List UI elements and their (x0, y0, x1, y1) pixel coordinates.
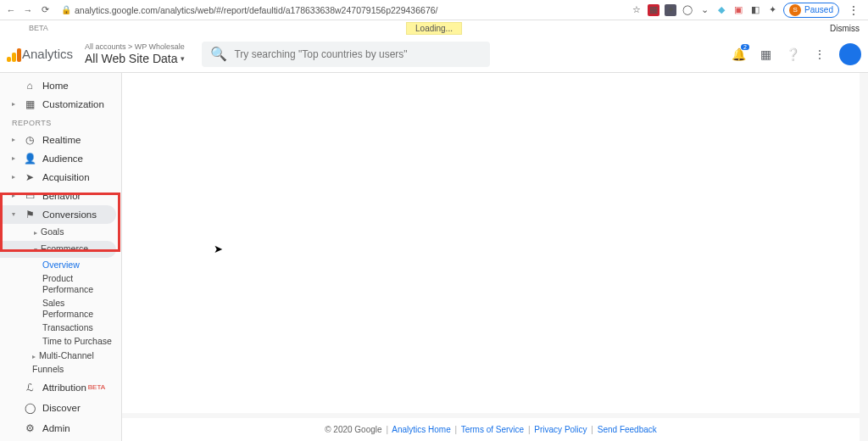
admin-icon: ⚙ (24, 421, 36, 435)
audience-icon: 👤 (24, 152, 36, 165)
nav-goals[interactable]: ▸Goals (0, 224, 121, 241)
beta-badge: BETA (88, 383, 105, 391)
meta-row: BETA Loading... Dismiss (0, 20, 868, 36)
extension-3-icon[interactable]: ◯ (682, 4, 693, 16)
nav-multichannel[interactable]: ▸Multi-Channel Funnels (0, 348, 121, 377)
footer-privacy[interactable]: Privacy Policy (534, 425, 587, 434)
forward-icon[interactable]: → (22, 5, 34, 15)
profile-status: Paused (804, 5, 833, 14)
user-avatar[interactable] (839, 43, 861, 65)
extension-4-icon[interactable]: ◆ (715, 4, 727, 16)
settings-kebab-icon[interactable]: ⋮ (812, 47, 827, 62)
caret-down-icon: ▾ (181, 54, 185, 64)
footer-analytics-home[interactable]: Analytics Home (392, 425, 450, 434)
nav-customization[interactable]: ▸▦Customization (0, 95, 121, 114)
attribution-icon: ℒ (24, 381, 36, 394)
url-text: analytics.google.com/analytics/web/#/rep… (75, 5, 438, 15)
nav-sales-performance[interactable]: Sales Performance (0, 296, 121, 321)
behavior-icon: ▭ (24, 189, 36, 203)
profile-pill[interactable]: S Paused (783, 3, 839, 18)
footer: © 2020 Google | Analytics Home | Terms o… (122, 418, 860, 441)
nav-ecommerce-overview[interactable]: Overview (0, 258, 121, 271)
sidebar: ⌂Home ▸▦Customization REPORTS ▸◷Realtime… (0, 73, 122, 441)
customization-icon: ▦ (24, 98, 36, 111)
extension-5-icon[interactable]: ▣ (732, 4, 744, 16)
browser-toolbar: ← → ⟳ 🔒 analytics.google.com/analytics/w… (0, 0, 868, 20)
star-icon[interactable]: ☆ (631, 4, 643, 15)
loading-badge: Loading... (406, 22, 462, 35)
realtime-icon: ◷ (24, 133, 36, 147)
main-content: © 2020 Google | Analytics Home | Terms o… (122, 73, 868, 441)
back-icon[interactable]: ← (5, 5, 17, 15)
extensions-menu-icon[interactable]: ✦ (766, 4, 778, 16)
nav-home[interactable]: ⌂Home (0, 76, 121, 95)
discover-icon: ◯ (24, 401, 36, 415)
footer-feedback[interactable]: Send Feedback (598, 425, 657, 434)
nav-time-to-purchase[interactable]: Time to Purchase (0, 334, 121, 348)
analytics-wordmark: Analytics (22, 47, 73, 61)
dismiss-button[interactable]: Dismiss (830, 24, 860, 33)
analytics-logo[interactable]: Analytics (7, 47, 73, 62)
apps-icon[interactable]: ▦ (758, 47, 773, 62)
analytics-logo-icon (7, 47, 17, 62)
home-icon: ⌂ (24, 79, 36, 92)
reports-section-label: REPORTS (0, 114, 121, 131)
notifications-icon[interactable]: 🔔2 (731, 47, 746, 62)
reload-icon[interactable]: ⟳ (39, 4, 51, 15)
extension-2-icon[interactable]: ✦ (665, 4, 676, 16)
nav-conversions[interactable]: ▾⚑Conversions (0, 205, 116, 224)
conversions-icon: ⚑ (24, 208, 36, 221)
nav-admin[interactable]: ⚙Admin (0, 418, 121, 438)
nav-transactions[interactable]: Transactions (0, 321, 121, 334)
nav-acquisition[interactable]: ▸➤Acquisition (0, 168, 121, 187)
extension-icons: ▦ ✦ ◯ ⌄ ◆ ▣ ◧ ✦ (648, 4, 778, 16)
profile-avatar-icon: S (789, 4, 801, 16)
nav-behavior[interactable]: ▸▭Behavior (0, 187, 121, 205)
nav-audience[interactable]: ▸👤Audience (0, 149, 121, 168)
view-picker[interactable]: All accounts > WP Wholesale All Web Site… (81, 42, 185, 66)
acquisition-icon: ➤ (24, 170, 36, 184)
view-name: All Web Site Data▾ (85, 52, 185, 66)
address-bar[interactable]: 🔒 analytics.google.com/analytics/web/#/r… (56, 4, 626, 16)
search-input[interactable] (234, 48, 481, 60)
beta-label: BETA (29, 24, 48, 32)
nav-attribution[interactable]: ℒAttributionBETA (0, 377, 121, 398)
header-actions: 🔔2 ▦ ❔ ⋮ (731, 43, 861, 65)
nav-ecommerce[interactable]: ▾Ecommerce (0, 241, 116, 258)
nav-realtime[interactable]: ▸◷Realtime (0, 131, 121, 149)
nav-discover[interactable]: ◯Discover (0, 398, 121, 418)
notifications-badge: 2 (741, 44, 749, 50)
lock-icon: 🔒 (61, 5, 71, 14)
extension-1-icon[interactable]: ▦ (648, 4, 659, 16)
report-canvas (122, 73, 860, 413)
nav-product-performance[interactable]: Product Performance (0, 271, 121, 296)
extension-6-icon[interactable]: ◧ (749, 4, 761, 16)
app-header: Analytics All accounts > WP Wholesale Al… (0, 36, 868, 73)
search-icon: 🔍 (210, 46, 227, 62)
search-box[interactable]: 🔍 (202, 42, 490, 67)
pocket-icon[interactable]: ⌄ (698, 4, 710, 16)
help-icon[interactable]: ❔ (785, 47, 800, 62)
account-breadcrumb: All accounts > WP Wholesale (85, 42, 185, 52)
mouse-cursor-icon: ➤ (214, 243, 223, 255)
footer-copyright: © 2020 Google (325, 425, 381, 434)
footer-terms[interactable]: Terms of Service (461, 425, 524, 434)
chrome-menu-icon[interactable]: ⋮ (844, 3, 863, 17)
